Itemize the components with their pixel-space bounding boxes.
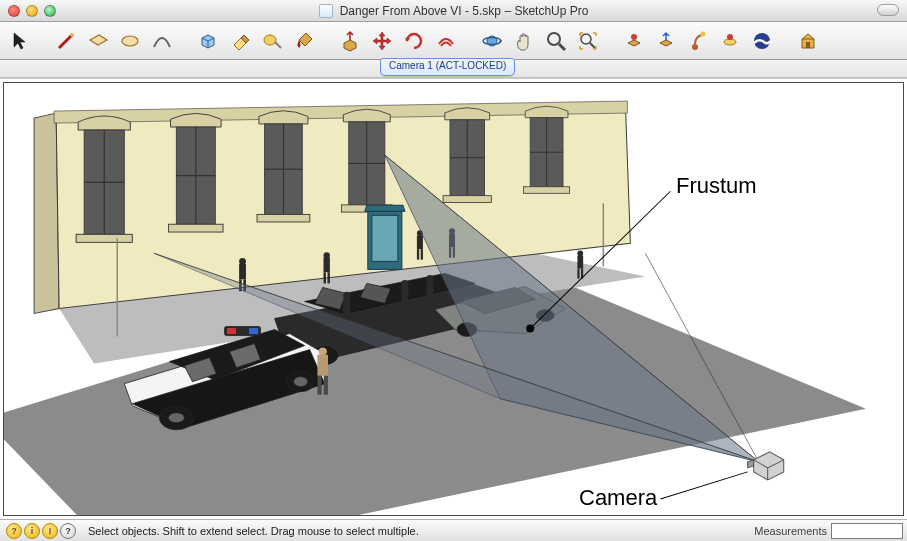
svg-line-93 — [660, 472, 747, 499]
svg-point-4 — [548, 33, 560, 45]
close-window-button[interactable] — [8, 5, 20, 17]
main-toolbar — [0, 22, 907, 60]
svg-rect-71 — [401, 286, 408, 301]
svg-point-78 — [577, 250, 583, 256]
svg-rect-72 — [401, 301, 404, 313]
rotate-tool[interactable] — [400, 27, 428, 55]
tips-icon[interactable]: i — [24, 523, 40, 539]
svg-point-70 — [401, 280, 408, 287]
zoom-extents-tool[interactable] — [574, 27, 602, 55]
zoom-window-button[interactable] — [44, 5, 56, 17]
svg-rect-76 — [427, 296, 430, 308]
window-titlebar: Danger From Above VI - 5.skp – SketchUp … — [0, 0, 907, 22]
svg-rect-36 — [524, 187, 570, 194]
scene-tab-active[interactable]: Camera 1 (ACT-LOCKED) — [380, 58, 515, 76]
line-tool[interactable] — [52, 27, 80, 55]
move-tool[interactable] — [368, 27, 396, 55]
measurements-input[interactable] — [831, 523, 903, 539]
help-icons: ? i ! ? — [0, 523, 82, 539]
svg-point-7 — [692, 44, 698, 50]
svg-point-66 — [343, 292, 350, 299]
google-earth-tool[interactable] — [748, 27, 776, 55]
scene-tab-strip: Camera 1 (ACT-LOCKED) — [0, 60, 907, 78]
svg-rect-32 — [443, 196, 491, 203]
svg-point-10 — [727, 34, 733, 40]
add-location-tool[interactable] — [620, 27, 648, 55]
svg-point-8 — [701, 31, 706, 36]
warehouse-tool[interactable] — [794, 27, 822, 55]
svg-rect-73 — [406, 301, 409, 313]
svg-point-92 — [526, 325, 534, 333]
svg-rect-77 — [431, 296, 434, 308]
svg-rect-12 — [806, 42, 810, 48]
svg-point-5 — [581, 34, 591, 44]
callout-camera-label: Camera — [579, 485, 657, 511]
svg-rect-55 — [324, 258, 330, 272]
status-bar: ? i ! ? Select objects. Shift to extend … — [0, 519, 907, 541]
document-icon — [319, 4, 333, 18]
paint-bucket-tool[interactable] — [290, 27, 318, 55]
camera-model — [748, 452, 784, 480]
svg-point-50 — [239, 258, 246, 265]
arc-tool[interactable] — [148, 27, 176, 55]
svg-rect-79 — [577, 256, 583, 269]
toolbar-toggle-button[interactable] — [877, 4, 899, 16]
svg-point-1 — [264, 35, 276, 45]
svg-point-47 — [168, 413, 184, 423]
offset-tool[interactable] — [432, 27, 460, 55]
warning-icon[interactable]: ! — [42, 523, 58, 539]
circle-tool[interactable] — [116, 27, 144, 55]
svg-point-6 — [631, 34, 637, 40]
minimize-window-button[interactable] — [26, 5, 38, 17]
window-title: Danger From Above VI - 5.skp – SketchUp … — [340, 4, 589, 18]
viewport-frame: Frustum Camera — [0, 78, 907, 519]
svg-rect-67 — [343, 298, 350, 314]
svg-point-74 — [427, 275, 434, 282]
select-tool[interactable] — [6, 27, 34, 55]
zoom-tool[interactable] — [542, 27, 570, 55]
get-models-tool[interactable] — [652, 27, 680, 55]
svg-rect-51 — [239, 264, 246, 279]
svg-rect-80 — [577, 269, 579, 279]
orbit-tool[interactable] — [478, 27, 506, 55]
svg-rect-83 — [317, 355, 328, 376]
svg-rect-45 — [249, 328, 259, 335]
svg-rect-61 — [421, 249, 423, 260]
model-viewport[interactable]: Frustum Camera — [3, 82, 904, 516]
instructor-icon[interactable]: ? — [6, 523, 22, 539]
svg-rect-44 — [226, 328, 236, 335]
eraser-tool[interactable] — [226, 27, 254, 55]
svg-rect-24 — [257, 214, 310, 222]
callout-frustum-label: Frustum — [676, 173, 757, 199]
svg-rect-60 — [417, 249, 419, 260]
status-hint: Select objects. Shift to extend select. … — [82, 525, 754, 537]
push-pull-tool[interactable] — [336, 27, 364, 55]
svg-rect-20 — [169, 224, 223, 232]
scene-canvas — [4, 83, 903, 516]
svg-rect-38 — [372, 215, 398, 261]
tape-measure-tool[interactable] — [258, 27, 286, 55]
svg-rect-57 — [328, 272, 330, 283]
building-side — [34, 113, 59, 313]
rectangle-tool[interactable] — [84, 27, 112, 55]
svg-rect-84 — [317, 376, 321, 395]
svg-rect-16 — [76, 234, 132, 242]
share-model-tool[interactable] — [684, 27, 712, 55]
help-icon[interactable]: ? — [60, 523, 76, 539]
svg-rect-59 — [417, 236, 423, 250]
svg-rect-56 — [324, 272, 326, 283]
svg-point-54 — [324, 252, 330, 258]
svg-rect-85 — [324, 376, 328, 395]
pan-tool[interactable] — [510, 27, 538, 55]
svg-point-49 — [294, 377, 308, 387]
svg-rect-75 — [427, 281, 434, 296]
svg-point-0 — [122, 36, 138, 46]
entrance-door — [365, 205, 405, 269]
measurements-label: Measurements — [754, 525, 831, 537]
window-controls — [0, 5, 56, 17]
scene-tab-label: Camera 1 (ACT-LOCKED) — [389, 60, 506, 71]
preview-ge-tool[interactable] — [716, 27, 744, 55]
svg-point-82 — [318, 347, 326, 355]
make-component[interactable] — [194, 27, 222, 55]
